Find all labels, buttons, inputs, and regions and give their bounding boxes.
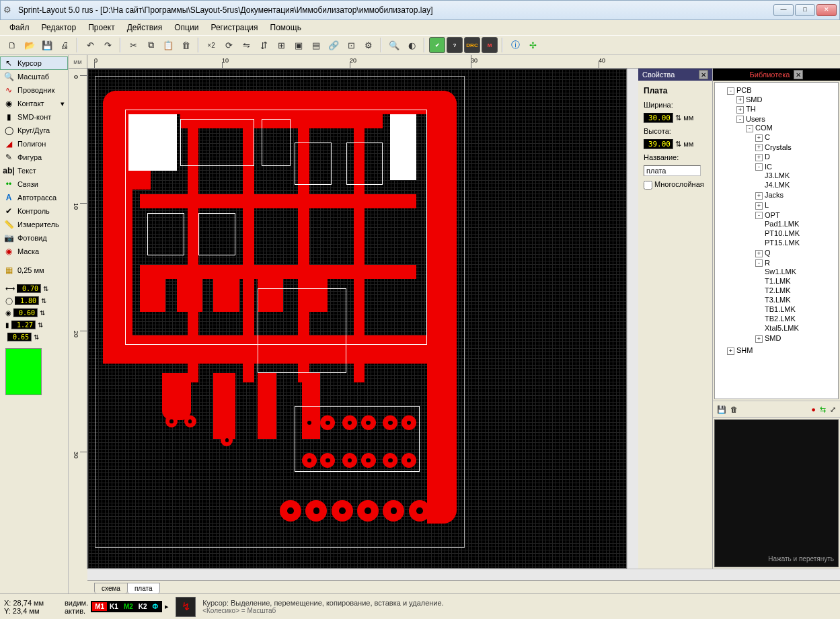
horizontal-scrollbar[interactable] — [87, 569, 840, 580]
group-icon[interactable]: ▣ — [291, 37, 307, 53]
tool-polygon[interactable]: ◢Полигон — [0, 137, 68, 151]
lib-delete-icon[interactable]: 🗑 — [730, 405, 738, 413]
info-icon[interactable]: ⓘ — [507, 37, 523, 53]
board-tabs: схема плата — [87, 580, 840, 593]
link-icon[interactable]: 🔗 — [326, 37, 342, 53]
cursor-icon: ↖ — [3, 58, 14, 69]
rotate-icon[interactable]: ⟳ — [221, 37, 237, 53]
multilayer-checkbox[interactable] — [644, 181, 652, 190]
width-label: Ширина: — [644, 101, 673, 109]
width-value[interactable]: 30.00 — [644, 113, 673, 123]
status-bar: X: 28,74 мм Y: 23,4 мм видим. актив. M1 … — [0, 593, 840, 619]
menu-file[interactable]: Файл — [4, 22, 35, 34]
num-pad-outer[interactable]: ◯1.80⇅ — [0, 294, 68, 306]
vertical-ruler: 0 10 20 30 — [69, 69, 87, 569]
tool-pad[interactable]: ◉Контакт▾ — [0, 97, 68, 110]
grid-setting[interactable]: ▦0,25 мм — [0, 263, 68, 277]
num-pad-inner[interactable]: ◉0.60⇅ — [0, 306, 68, 319]
tool-links[interactable]: ••Связи — [0, 177, 68, 191]
status-hint-1: Курсор: Выделение, перемещение, копирова… — [202, 599, 836, 607]
board-name-input[interactable] — [644, 165, 701, 176]
check-icon[interactable]: ✔ — [429, 37, 445, 53]
delete-icon[interactable]: 🗑 — [178, 37, 194, 53]
mirror-v-icon[interactable]: ⇵ — [256, 37, 272, 53]
tool-measure[interactable]: 📏Измеритель — [0, 218, 68, 231]
height-value[interactable]: 39.00 — [644, 139, 673, 149]
library-close-icon[interactable]: ✕ — [794, 70, 803, 79]
menu-registration[interactable]: Регистрация — [205, 22, 263, 34]
menu-project[interactable]: Проект — [83, 22, 120, 34]
new-icon[interactable]: 🗋 — [4, 37, 20, 53]
menu-options[interactable]: Опции — [169, 22, 204, 34]
copy-icon[interactable]: ⧉ — [143, 37, 159, 53]
num-smd-h[interactable]: 0.65⇅ — [0, 331, 68, 343]
library-panel-header: Библиотека ✕ — [713, 69, 840, 81]
tool-panel: ↖Курсор 🔍Масштаб ∿Проводник ◉Контакт▾ ▮S… — [0, 55, 69, 593]
tool-autoroute[interactable]: AАвтотрасса — [0, 191, 68, 204]
color-swatch[interactable] — [5, 348, 42, 395]
status-hint-2: <Колесико> = Масштаб — [202, 607, 836, 614]
minimize-button[interactable]: — — [773, 4, 794, 16]
tool-photo[interactable]: 📷Фотовид — [0, 231, 68, 245]
menu-actions[interactable]: Действия — [122, 22, 168, 34]
tool-check[interactable]: ✔Контроль — [0, 204, 68, 218]
align-icon[interactable]: ⊞ — [273, 37, 289, 53]
maximize-button[interactable]: □ — [795, 4, 815, 16]
layer-k1[interactable]: K1 — [107, 602, 121, 611]
save-icon[interactable]: 💾 — [39, 37, 55, 53]
num-smd-w[interactable]: ▮1.27⇅ — [0, 319, 68, 331]
contrast-icon[interactable]: ◐ — [404, 37, 420, 53]
target-icon[interactable]: ✢ — [525, 37, 541, 53]
print-icon[interactable]: 🖨 — [56, 37, 73, 53]
lib-expand-icon[interactable]: ⤢ — [830, 405, 836, 414]
tool-circle[interactable]: ◯Круг/Дуга — [0, 124, 68, 137]
tool-zoom[interactable]: 🔍Масштаб — [0, 70, 68, 83]
properties-close-icon[interactable]: ✕ — [699, 70, 708, 79]
undo-icon[interactable]: ↶ — [82, 37, 98, 53]
dark1-icon[interactable]: ? — [447, 37, 463, 53]
tool-wire[interactable]: ∿Проводник — [0, 83, 68, 97]
dark3-icon[interactable]: M — [482, 37, 498, 53]
properties-title: Плата — [644, 86, 707, 95]
pcb-canvas[interactable] — [87, 69, 627, 569]
lib-swap-icon[interactable]: ⇆ — [820, 405, 826, 414]
menu-bar: Файл Редактор Проект Действия Опции Реги… — [0, 20, 840, 35]
layer-toggle-icon[interactable]: ▸ — [165, 602, 169, 611]
gear-icon[interactable]: ⚙ — [360, 37, 377, 53]
menu-help[interactable]: Помощь — [265, 22, 307, 34]
num-track-width[interactable]: ⟷0.70⇅ — [0, 282, 68, 294]
open-icon[interactable]: 📂 — [22, 37, 38, 53]
ungroup-icon[interactable]: ▤ — [308, 37, 324, 53]
main-toolbar: 🗋 📂 💾 🖨 ↶ ↷ ✂ ⧉ 📋 🗑 ×2 ⟳ ⇋ ⇵ ⊞ ▣ ▤ 🔗 ⊡ ⚙… — [0, 35, 840, 55]
redo-icon[interactable]: ↷ — [100, 37, 116, 53]
x2-icon[interactable]: ×2 — [203, 37, 219, 53]
tool-shape[interactable]: ✎Фигура — [0, 151, 68, 164]
tool-smd[interactable]: ▮SMD-конт — [0, 110, 68, 124]
tool-text[interactable]: ab|Текст — [0, 164, 68, 177]
drc-icon[interactable]: DRC — [464, 37, 480, 53]
snap-icon[interactable]: ⊡ — [343, 37, 359, 53]
tab-schema[interactable]: схема — [94, 583, 128, 593]
cut-icon[interactable]: ✂ — [125, 37, 141, 53]
library-tree[interactable]: -PCB +SMD +TH -Users -COM — [714, 82, 839, 399]
lib-save-icon[interactable]: 💾 — [717, 405, 726, 414]
library-preview[interactable]: Нажать и перетянуть — [714, 419, 839, 567]
menu-editor[interactable]: Редактор — [36, 22, 82, 34]
status-mode-icon: ↯ — [176, 597, 196, 617]
coord-y: 23,4 мм — [13, 607, 40, 615]
vertical-scrollbar[interactable] — [627, 69, 638, 569]
tool-mask[interactable]: ◉Маска — [0, 245, 68, 258]
tab-board[interactable]: плата — [127, 583, 160, 593]
tool-cursor[interactable]: ↖Курсор — [0, 56, 68, 70]
layer-m2[interactable]: M2 — [121, 602, 136, 611]
layer-f[interactable]: Ф — [150, 602, 161, 611]
layer-m1[interactable]: M1 — [92, 602, 107, 611]
lib-record-icon[interactable]: ● — [811, 405, 816, 413]
horizontal-ruler: 0 10 20 30 40 — [87, 55, 840, 69]
paste-icon[interactable]: 📋 — [160, 37, 176, 53]
mirror-h-icon[interactable]: ⇋ — [238, 37, 254, 53]
layer-k2[interactable]: K2 — [136, 602, 150, 611]
library-toolbar: 💾 🗑 ● ⇆ ⤢ — [713, 401, 840, 418]
close-button[interactable]: ✕ — [816, 4, 837, 16]
zoom-icon[interactable]: 🔍 — [386, 37, 402, 53]
